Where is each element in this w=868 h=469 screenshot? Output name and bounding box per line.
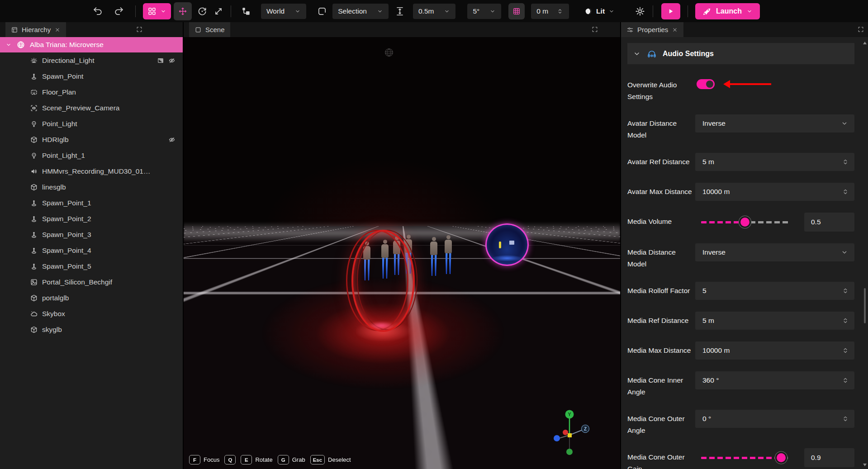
transform-space-icon[interactable]	[241, 6, 251, 16]
media-cone-outer-gain-value-field[interactable]: 0.9	[804, 448, 854, 467]
close-icon[interactable]	[672, 27, 678, 33]
hierarchy-item-hmmvrs-recording-mud30-01[interactable]: HMMvrs_Recording_MUD30_01…	[0, 163, 183, 179]
media-volume-value-field[interactable]: 0.5	[804, 213, 854, 232]
hierarchy-item-label: Spawn_Point_3	[42, 231, 91, 239]
slider-track[interactable]	[701, 457, 789, 459]
media-cone-outer-gain-slider[interactable]: 0.9	[695, 448, 854, 467]
hierarchy-item-spawn-point-4[interactable]: Spawn_Point_4	[0, 242, 183, 258]
hierarchy-item-linesglb[interactable]: linesglb	[0, 179, 183, 195]
media-rolloff-factor-stepper[interactable]: 5	[695, 282, 854, 300]
scene-panel: Scene	[184, 22, 620, 469]
spawn-point-icon	[30, 231, 38, 239]
launch-button-label: Launch	[716, 7, 742, 15]
move-tool-button[interactable]	[174, 2, 192, 20]
hierarchy-item-spawn-point-2[interactable]: Spawn_Point_2	[0, 211, 183, 227]
properties-tabbar: Properties	[621, 22, 868, 37]
redo-icon	[114, 6, 124, 17]
hierarchy-item-skyglb[interactable]: skyglb	[0, 322, 183, 337]
asset-library-button[interactable]	[143, 3, 171, 19]
properties-tab-label: Properties	[637, 26, 668, 33]
audio-settings-section-header[interactable]: Audio Settings	[627, 43, 854, 64]
axis-gizmo[interactable]: Y Z	[547, 408, 592, 460]
slider-thumb[interactable]	[777, 453, 786, 462]
red-ring-object[interactable]	[346, 230, 418, 329]
settings-button[interactable]	[635, 6, 645, 17]
scroll-down-arrow[interactable]	[863, 464, 867, 466]
elevation-stepper[interactable]: 0 m	[531, 4, 569, 19]
undo-button[interactable]	[92, 6, 103, 17]
avatar-figure[interactable]	[442, 235, 454, 274]
hierarchy-tabbar: Hierarchy	[0, 22, 183, 37]
tab-hierarchy[interactable]: Hierarchy	[5, 22, 66, 37]
overwrite-audio-settings-toggle[interactable]	[697, 79, 715, 89]
slider-thumb[interactable]	[740, 218, 749, 227]
hierarchy-item-spawn-point-5[interactable]: Spawn_Point_5	[0, 258, 183, 274]
stepper-value: 5 m	[702, 158, 714, 166]
scene-expand-button[interactable]	[591, 26, 598, 33]
hierarchy-item-spawn-point-1[interactable]: Spawn_Point_1	[0, 195, 183, 211]
speaker-icon	[30, 167, 38, 175]
redo-button[interactable]	[114, 6, 124, 17]
property-label: Media Ref Distance	[627, 312, 695, 330]
tab-scene[interactable]: Scene	[189, 22, 230, 37]
hierarchy-item-badges	[157, 57, 183, 64]
hierarchy-item-directional-light[interactable]: Directional_Light	[0, 52, 183, 68]
rotate-tool-button[interactable]	[197, 6, 207, 16]
scene-tabbar: Scene	[184, 22, 620, 37]
hotkey-label: Rotate	[255, 456, 272, 463]
avatar-max-distance-stepper[interactable]: 10000 m	[695, 183, 854, 201]
scroll-thumb[interactable]	[864, 288, 866, 323]
vertical-move-icon[interactable]	[395, 6, 405, 16]
expand-icon	[591, 26, 598, 33]
hierarchy-item-scene-preview-camera[interactable]: Scene_Preview_Camera	[0, 100, 183, 116]
hotkey-label: Grab	[292, 456, 305, 463]
hierarchy-item-point-light[interactable]: Point_Light	[0, 116, 183, 132]
hierarchy-expand-button[interactable]	[136, 26, 143, 33]
mesh-editor-window: World Selection 0.5m 5° 0 m Lit	[0, 0, 868, 469]
media-max-distance-stepper[interactable]: 10000 m	[695, 341, 854, 360]
media-distance-model-dropdown[interactable]: Inverse	[695, 243, 854, 261]
move-snap-dropdown[interactable]: 0.5m	[413, 4, 455, 19]
shading-dropdown[interactable]: Lit	[584, 7, 615, 15]
play-button[interactable]	[661, 3, 680, 19]
world-dropdown[interactable]: World	[261, 4, 306, 19]
scroll-up-arrow[interactable]	[863, 42, 867, 44]
hierarchy-root-item[interactable]: Alba Triana: Microverse	[0, 37, 183, 52]
media-cone-outer-angle-stepper[interactable]: 0 °	[695, 410, 854, 428]
slider-track[interactable]	[701, 221, 789, 223]
tab-properties[interactable]: Properties	[621, 22, 683, 37]
properties-expand-button[interactable]	[857, 26, 864, 33]
chevron-down-icon	[608, 8, 615, 14]
avatar-distance-model-dropdown[interactable]: Inverse	[695, 114, 854, 133]
slider-fill	[701, 221, 745, 223]
stepper-value: 10000 m	[702, 188, 730, 196]
screen-off-icon	[157, 57, 164, 64]
hierarchy-item-spawn-point[interactable]: Spawn_Point	[0, 68, 183, 84]
hierarchy-item-point-light-1[interactable]: Point_Light_1	[0, 147, 183, 163]
hierarchy-item-portal-silicon-bechgif[interactable]: Portal_Silicon_Bechgif	[0, 274, 183, 290]
hierarchy-item-skybox[interactable]: Skybox	[0, 306, 183, 322]
hierarchy-item-spawn-point-3[interactable]: Spawn_Point_3	[0, 227, 183, 242]
grid-toggle-button[interactable]	[508, 3, 525, 19]
hierarchy-item-floor-plan[interactable]: Floor_Plan	[0, 84, 183, 100]
selection-dropdown[interactable]: Selection	[332, 4, 389, 19]
hierarchy-item-portalglb[interactable]: portalglb	[0, 290, 183, 306]
avatar-figure[interactable]	[428, 237, 440, 276]
portal-object[interactable]	[485, 223, 529, 266]
scale-tool-button[interactable]	[213, 6, 223, 16]
launch-button[interactable]: Launch	[695, 3, 760, 19]
properties-scrollbar[interactable]	[862, 40, 868, 468]
chevron-down-icon	[489, 8, 496, 14]
rotate-snap-dropdown[interactable]: 5°	[467, 4, 501, 19]
3d-viewport[interactable]: Y Z FFocusQERotateGGrabEscDeselect	[184, 37, 620, 469]
hierarchy-item-hdriglb[interactable]: HDRIglb	[0, 132, 183, 147]
avatar-ref-distance-stepper[interactable]: 5 m	[695, 153, 854, 171]
media-volume-slider[interactable]: 0.5	[695, 213, 854, 232]
media-ref-distance-stepper[interactable]: 5 m	[695, 312, 854, 330]
dropdown-value: Inverse	[702, 119, 726, 128]
close-icon[interactable]	[54, 27, 61, 33]
pivot-icon[interactable]	[317, 6, 327, 16]
stepper-value: 5 m	[702, 317, 714, 325]
media-cone-inner-angle-stepper[interactable]: 360 °	[695, 371, 854, 389]
spawn-point-icon	[30, 262, 38, 270]
